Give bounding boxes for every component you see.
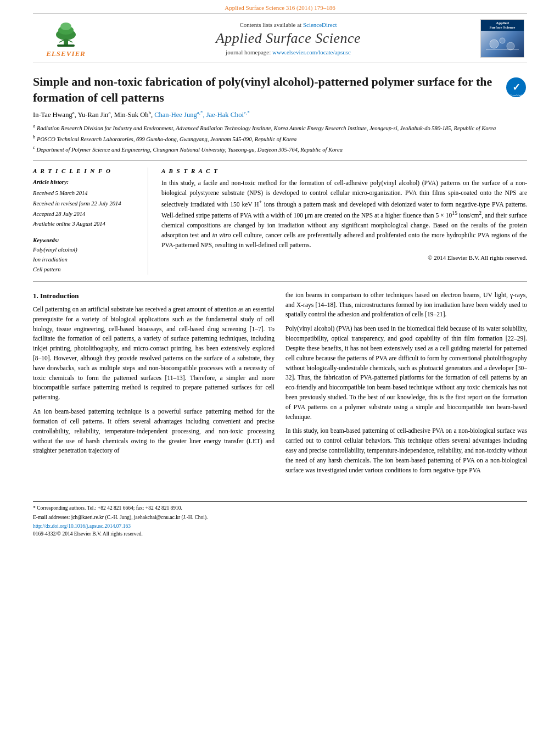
sciencedirect-link[interactable]: ScienceDirect — [303, 21, 337, 28]
section-1-heading: 1. Introduction — [33, 291, 275, 302]
journal-logo-box: Applied Surface Science — [480, 19, 524, 58]
history-label: Article history: — [33, 177, 139, 187]
body-para-2: An ion beam-based patterning technique i… — [33, 407, 275, 456]
body-para-5: In this study, ion beam-based patterning… — [285, 426, 527, 475]
elsevier-brand-text: ELSEVIER — [46, 49, 86, 58]
elsevier-logo: ELSEVIER — [33, 18, 99, 58]
logo-top-text: Applied Surface Science — [481, 20, 524, 31]
author-5[interactable]: Jae-Hak Choic,* — [206, 111, 250, 119]
journal-center: Contents lists available at ScienceDirec… — [99, 21, 478, 55]
article-info-column: A R T I C L E I N F O Article history: R… — [33, 168, 148, 275]
article-info-abstract-row: A R T I C L E I N F O Article history: R… — [33, 168, 527, 275]
history-accepted: Accepted 28 July 2014 — [33, 209, 139, 219]
homepage-link[interactable]: www.elsevier.com/locate/apsusc — [272, 49, 351, 55]
keyword-1: Poly(vinyl alcohol) — [33, 245, 139, 255]
authors-line: In-Tae Hwanga, Yu-Ran Jina, Min-Suk Ohb,… — [33, 110, 527, 119]
divider-before-body — [33, 281, 527, 282]
article-title: Simple and non-toxic fabrication of poly… — [33, 74, 505, 105]
body-content: 1. Introduction Cell patterning on an ar… — [33, 291, 527, 496]
author-3: Min-Suk Ohb, — [114, 111, 155, 119]
article-section: Simple and non-toxic fabrication of poly… — [33, 65, 527, 538]
journal-citation[interactable]: Applied Surface Science 316 (2014) 179–1… — [225, 4, 335, 11]
history-revised: Received in revised form 22 July 2014 — [33, 199, 139, 209]
body-para-4: Poly(vinyl alcohol) (PVA) has been used … — [285, 324, 527, 422]
keywords-section: Keywords: Poly(vinyl alcohol) Ion irradi… — [33, 237, 139, 275]
svg-point-10 — [507, 42, 514, 50]
author-4[interactable]: Chan-Hee Junga,*, — [154, 111, 206, 119]
logo-image — [481, 31, 524, 57]
body-para-3: the ion beams in comparison to other tec… — [285, 291, 527, 320]
article-history: Article history: Received 5 March 2014 R… — [33, 177, 139, 229]
keywords-label: Keywords: — [33, 237, 139, 243]
crossmark-icon[interactable]: ✓ CrossMark — [505, 76, 527, 98]
svg-text:CrossMark: CrossMark — [510, 94, 523, 97]
homepage-line: journal homepage: www.elsevier.com/locat… — [99, 49, 478, 55]
journal-header: ELSEVIER Contents lists available at Sci… — [33, 13, 527, 63]
body-para-1: Cell patterning on an artificial substra… — [33, 305, 275, 403]
abstract-column: A B S T R A C T In this study, a facile … — [161, 168, 527, 275]
history-available: Available online 3 August 2014 — [33, 219, 139, 229]
svg-point-3 — [60, 23, 71, 30]
footer-corresponding-note: * Corresponding authors. Tel.: +82 42 82… — [33, 504, 527, 512]
svg-point-9 — [500, 38, 505, 43]
affiliation-b: b POSCO Technical Research Laboratories,… — [33, 133, 527, 143]
svg-text:✓: ✓ — [512, 82, 520, 93]
divider-after-affiliations — [33, 160, 527, 161]
author-2: Yu-Ran Jina, — [77, 111, 114, 119]
keyword-3: Cell pattern — [33, 265, 139, 275]
body-col-left: 1. Introduction Cell patterning on an ar… — [33, 291, 275, 480]
copyright-line: © 2014 Elsevier B.V. All rights reserved… — [161, 254, 527, 261]
body-col-right: the ion beams in comparison to other tec… — [285, 291, 527, 480]
footer-email-note: E-mail addresses: jch@kaeri.re.kr (C.-H.… — [33, 514, 527, 521]
abstract-title: A B S T R A C T — [161, 168, 527, 174]
svg-point-8 — [490, 40, 499, 48]
footer-doi[interactable]: http://dx.doi.org/10.1016/j.apsusc.2014.… — [33, 522, 527, 530]
journal-logo-right: Applied Surface Science — [478, 19, 527, 58]
abstract-text: In this study, a facile and non-toxic me… — [161, 178, 527, 250]
contents-line: Contents lists available at ScienceDirec… — [99, 21, 478, 28]
affiliation-c: c Department of Polymer Science and Engi… — [33, 144, 527, 154]
title-crossmark-row: Simple and non-toxic fabrication of poly… — [33, 74, 527, 105]
affiliation-a: a Radiation Research Division for Indust… — [33, 122, 527, 132]
author-1: In-Tae Hwanga, — [33, 111, 77, 119]
history-received: Received 5 March 2014 — [33, 188, 139, 198]
article-info-title: A R T I C L E I N F O — [33, 168, 139, 174]
keyword-2: Ion irradiation — [33, 255, 139, 265]
journal-title: Applied Surface Science — [99, 30, 478, 47]
footer-area: * Corresponding authors. Tel.: +82 42 82… — [33, 501, 527, 538]
svg-rect-4 — [57, 44, 75, 47]
footer-issn: 0169-4332/© 2014 Elsevier B.V. All right… — [33, 530, 527, 538]
affiliations: a Radiation Research Division for Indust… — [33, 122, 527, 154]
